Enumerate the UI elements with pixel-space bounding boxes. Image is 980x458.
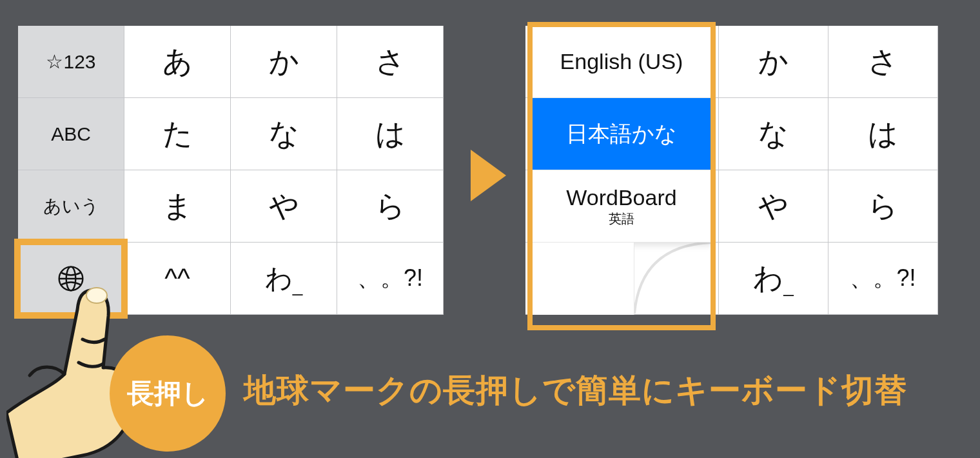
popup-item-japanese-kana[interactable]: 日本語かな xyxy=(531,98,712,170)
right-key-wa[interactable]: わ_ xyxy=(719,243,828,315)
key-na[interactable]: な xyxy=(231,98,337,170)
key-wa-label: わ_ xyxy=(265,261,303,297)
popup-item-english[interactable]: English (US) xyxy=(531,26,712,98)
right-key-punct[interactable]: 、。?! xyxy=(828,243,938,315)
svg-point-3 xyxy=(86,288,107,303)
popup-tail xyxy=(531,243,634,315)
right-key-ka[interactable]: か xyxy=(719,26,828,98)
key-ma[interactable]: ま xyxy=(124,170,231,243)
popup-item-wordboard-sub: 英語 xyxy=(609,210,634,228)
right-key-ya[interactable]: や xyxy=(719,170,828,243)
side-key-aiu[interactable]: あいう xyxy=(18,170,124,243)
long-press-badge: 長押し xyxy=(110,335,226,452)
right-key-wa-label: わ_ xyxy=(753,259,794,299)
side-key-numbers[interactable]: ☆123 xyxy=(18,26,124,98)
key-ha[interactable]: は xyxy=(337,98,444,170)
key-punct[interactable]: 、。?! xyxy=(337,243,444,315)
caption-text: 地球マークの長押しで簡単にキーボード切替 xyxy=(244,369,907,412)
key-a[interactable]: あ xyxy=(124,26,231,98)
key-wa[interactable]: わ_ xyxy=(231,243,337,315)
right-key-ra[interactable]: ら xyxy=(828,170,938,243)
keyboard-left: ☆123 あ か さ ABC た な は あいう ま や ら ^^ わ_ 、。?… xyxy=(18,26,444,315)
language-popup: English (US) 日本語かな WordBoard 英語 xyxy=(531,26,712,243)
popup-item-wordboard-label: WordBoard xyxy=(566,185,676,210)
key-ya[interactable]: や xyxy=(231,170,337,243)
popup-item-wordboard[interactable]: WordBoard 英語 xyxy=(531,170,712,243)
key-ta[interactable]: た xyxy=(124,98,231,170)
right-key-na[interactable]: な xyxy=(719,98,828,170)
right-key-sa[interactable]: さ xyxy=(828,26,938,98)
key-sa[interactable]: さ xyxy=(337,26,444,98)
key-ka[interactable]: か xyxy=(231,26,337,98)
right-key-ha[interactable]: は xyxy=(828,98,938,170)
key-ra[interactable]: ら xyxy=(337,170,444,243)
side-key-abc[interactable]: ABC xyxy=(18,98,124,170)
arrow-icon xyxy=(471,150,506,201)
long-press-badge-label: 長押し xyxy=(127,375,209,412)
